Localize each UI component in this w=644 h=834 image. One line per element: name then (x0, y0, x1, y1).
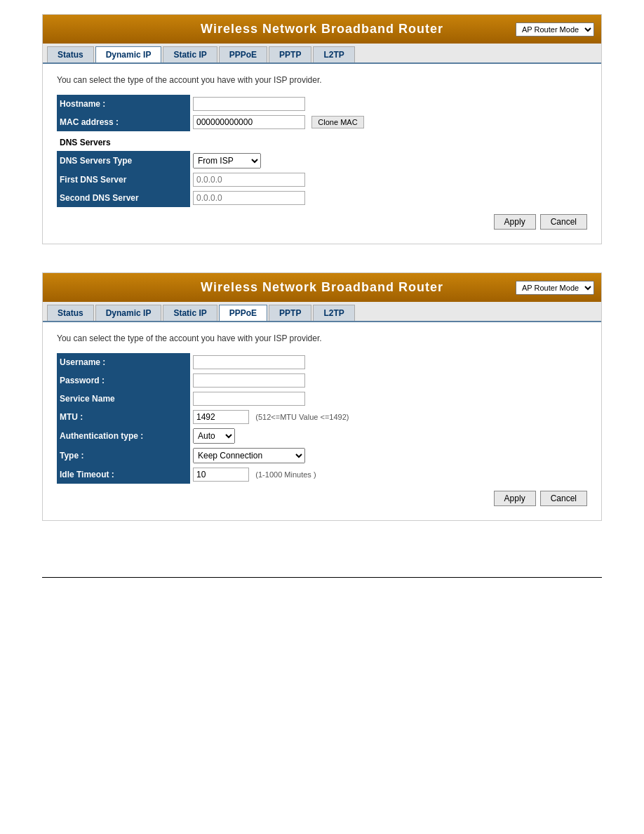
value-second-dns (190, 189, 587, 207)
tab-l2tp-1[interactable]: L2TP (313, 46, 354, 62)
value-username (190, 353, 587, 371)
tab-pptp-1[interactable]: PPTP (269, 46, 311, 62)
value-auth-type: Auto PAP CHAP (190, 426, 587, 446)
value-mtu: (512<=MTU Value <=1492) (190, 408, 587, 426)
input-password[interactable] (193, 373, 305, 388)
row-dns-type: DNS Servers Type From ISP User Defined (57, 151, 587, 171)
value-first-dns (190, 171, 587, 189)
mode-select-1[interactable]: AP Router Mode Router Mode (516, 22, 594, 37)
panel-header-2: Wireless Network Broadband Router AP Rou… (43, 273, 601, 302)
value-type: Keep Connection On Demand Manual (190, 446, 587, 465)
tab-pppoe-1[interactable]: PPPoE (219, 46, 267, 62)
idle-note: (1-1000 Minutes ) (255, 470, 316, 479)
row-auth-type: Authentication type : Auto PAP CHAP (57, 426, 587, 446)
mode-dropdown-1[interactable]: AP Router Mode Router Mode (516, 22, 594, 37)
tab-dynamic-ip-1[interactable]: Dynamic IP (95, 46, 162, 62)
label-service-name: Service Name (57, 390, 190, 408)
tab-status-2[interactable]: Status (47, 305, 94, 321)
label-auth-type: Authentication type : (57, 426, 190, 446)
panel-body-1: You can select the type of the account y… (43, 64, 601, 244)
row-type: Type : Keep Connection On Demand Manual (57, 446, 587, 465)
tab-status-1[interactable]: Status (47, 46, 94, 62)
input-first-dns[interactable] (193, 173, 305, 187)
apply-button-2[interactable]: Apply (494, 491, 536, 506)
row-password: Password : (57, 371, 587, 390)
button-row-2: Apply Cancel (57, 491, 587, 506)
label-mac: MAC address : (57, 113, 190, 131)
label-dns-type: DNS Servers Type (57, 151, 190, 171)
panel-title-2: Wireless Network Broadband Router (201, 280, 443, 295)
value-dns-type: From ISP User Defined (190, 151, 587, 171)
button-row-1: Apply Cancel (57, 214, 587, 230)
row-dns-header: DNS Servers (57, 131, 587, 151)
label-hostname: Hostname : (57, 95, 190, 113)
description-1: You can select the type of the account y… (57, 75, 587, 85)
value-service-name (190, 390, 587, 408)
tab-pppoe-2[interactable]: PPPoE (219, 305, 267, 321)
label-first-dns: First DNS Server (57, 171, 190, 189)
row-service-name: Service Name (57, 390, 587, 408)
input-mac[interactable] (193, 115, 305, 129)
label-type: Type : (57, 446, 190, 465)
row-username: Username : (57, 353, 587, 371)
cancel-button-1[interactable]: Cancel (540, 214, 587, 230)
nav-tabs-2: Status Dynamic IP Static IP PPPoE PPTP L… (43, 302, 601, 322)
mode-dropdown-2[interactable]: AP Router Mode Router Mode (516, 281, 594, 295)
input-hostname[interactable] (193, 97, 305, 111)
form-table-1: Hostname : MAC address : Clone MAC DNS S… (57, 95, 587, 207)
panel-dynamic-ip: Wireless Network Broadband Router AP Rou… (42, 14, 602, 244)
clone-mac-button[interactable]: Clone MAC (311, 116, 363, 128)
label-idle-timeout: Idle Timeout : (57, 465, 190, 484)
tab-dynamic-ip-2[interactable]: Dynamic IP (95, 305, 162, 321)
nav-tabs-1: Status Dynamic IP Static IP PPPoE PPTP L… (43, 44, 601, 64)
select-type[interactable]: Keep Connection On Demand Manual (193, 448, 305, 463)
panel-body-2: You can select the type of the account y… (43, 322, 601, 520)
label-mtu: MTU : (57, 408, 190, 426)
panel-header-1: Wireless Network Broadband Router AP Rou… (43, 15, 601, 44)
tab-l2tp-2[interactable]: L2TP (313, 305, 354, 321)
label-username: Username : (57, 353, 190, 371)
value-mac: Clone MAC (190, 113, 587, 131)
panel-pppoe: Wireless Network Broadband Router AP Rou… (42, 272, 602, 521)
row-mtu: MTU : (512<=MTU Value <=1492) (57, 408, 587, 426)
panel-title-1: Wireless Network Broadband Router (201, 22, 443, 37)
row-mac: MAC address : Clone MAC (57, 113, 587, 131)
mtu-note: (512<=MTU Value <=1492) (255, 413, 349, 421)
input-service-name[interactable] (193, 392, 305, 406)
apply-button-1[interactable]: Apply (494, 214, 536, 230)
page-divider (42, 577, 602, 578)
label-password: Password : (57, 371, 190, 390)
tab-static-ip-1[interactable]: Static IP (163, 46, 217, 62)
row-first-dns: First DNS Server (57, 171, 587, 189)
select-dns-type[interactable]: From ISP User Defined (193, 153, 261, 168)
mode-select-2[interactable]: AP Router Mode Router Mode (516, 281, 594, 295)
row-hostname: Hostname : (57, 95, 587, 113)
form-table-2: Username : Password : Service Name (57, 353, 587, 484)
input-idle-timeout[interactable] (193, 468, 249, 482)
row-idle-timeout: Idle Timeout : (1-1000 Minutes ) (57, 465, 587, 484)
row-second-dns: Second DNS Server (57, 189, 587, 207)
input-second-dns[interactable] (193, 191, 305, 205)
tab-pptp-2[interactable]: PPTP (269, 305, 311, 321)
description-2: You can select the type of the account y… (57, 333, 587, 343)
value-password (190, 371, 587, 390)
input-mtu[interactable] (193, 410, 249, 424)
dns-header-cell: DNS Servers (57, 131, 587, 151)
value-hostname (190, 95, 587, 113)
tab-static-ip-2[interactable]: Static IP (163, 305, 217, 321)
value-idle-timeout: (1-1000 Minutes ) (190, 465, 587, 484)
select-auth-type[interactable]: Auto PAP CHAP (193, 428, 235, 444)
cancel-button-2[interactable]: Cancel (540, 491, 587, 506)
label-second-dns: Second DNS Server (57, 189, 190, 207)
input-username[interactable] (193, 355, 305, 369)
dns-section-header: DNS Servers (60, 133, 584, 149)
